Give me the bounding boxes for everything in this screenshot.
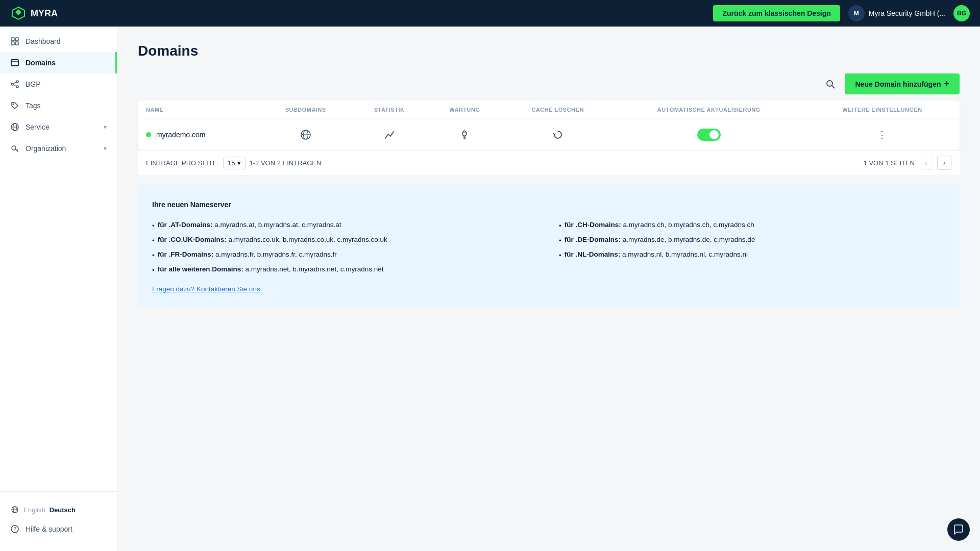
auto-update-toggle[interactable] [697,129,721,141]
svg-point-7 [16,81,18,83]
ns-item-de: • für .DE-Domains: a.myradns.de, b.myrad… [559,233,945,247]
nameserver-box: Ihre neuen Nameserver • für .AT-Domains:… [138,185,960,308]
logo: MYRA [10,5,58,21]
col-subdomains: SUBDOMAINS [260,101,352,119]
main-content: Domains Neue Domain hinzufügen + NAME SU… [117,27,980,551]
col-name: NAME [138,101,260,119]
svg-rect-4 [11,60,18,66]
add-domain-button[interactable]: Neue Domain hinzufügen + [845,73,960,94]
topnav: MYRA Zurück zum klassischen Design M Myr… [0,0,980,27]
org-selector[interactable]: M Myra Security GmbH (... [848,5,945,21]
more-options-button[interactable]: ⋮ [873,127,891,143]
ns-item-ch: • für .CH-Domains: a.myradns.ch, b.myrad… [559,218,945,233]
svg-rect-1 [15,38,18,41]
subdomains-icon[interactable] [300,130,311,138]
contact-link[interactable]: Fragen dazu? Kontaktieren Sie uns. [152,282,262,296]
wartung-icon[interactable] [459,130,470,138]
sidebar: Dashboard Domains BGP [0,27,117,551]
page-title: Domains [138,43,960,59]
svg-line-22 [832,86,835,88]
sidebar-item-bgp[interactable]: BGP [0,73,117,95]
page-nav: 1 VON 1 SEITEN ‹ › [864,156,951,170]
nameserver-title: Ihre neuen Nameserver [152,197,945,212]
org-name: Myra Security GmbH (... [869,9,945,17]
sidebar-item-label: BGP [26,80,41,88]
range-text: 1-2 VON 2 EINTRÄGEN [250,159,322,167]
chevron-down-icon: ▾ [104,145,107,152]
nameserver-col-right: • für .CH-Domains: a.myradns.ch, b.myrad… [559,218,945,277]
language-icon [10,505,19,514]
sidebar-item-domains[interactable]: Domains [0,52,117,73]
lang-deutsch[interactable]: Deutsch [50,506,76,514]
ns-item-nl: • für .NL-Domains: a.myradns.nl, b.myrad… [559,247,945,262]
sidebar-item-label: Organization [26,144,66,153]
sidebar-item-label: Domains [26,59,56,67]
chevron-down-icon: ▾ [237,159,241,167]
plus-icon: + [944,79,949,89]
classic-design-button[interactable]: Zurück zum klassischen Design [713,5,840,21]
ns-item-fr: • für .FR-Domains: a.myradns.fr, b.myrad… [152,247,538,262]
key-icon [10,144,19,153]
svg-point-8 [16,86,18,88]
sidebar-item-service[interactable]: Service ▾ [0,116,117,138]
sidebar-item-tags[interactable]: Tags [0,95,117,116]
ns-item-at: • für .AT-Domains: a.myradns.at, b.myrad… [152,218,538,233]
pagination-bar: EINTRÄGE PRO SEITE: 15 ▾ 1-2 VON 2 EINTR… [138,150,960,175]
add-domain-label: Neue Domain hinzufügen [855,80,941,88]
org-avatar: M [848,5,865,21]
svg-line-9 [13,82,16,84]
domain-name-cell: myrademo.com [146,131,252,139]
per-page-value: 15 [228,159,235,167]
col-wartung: WARTUNG [427,101,502,119]
next-page-button[interactable]: › [937,156,951,170]
domain-name: myrademo.com [156,131,205,139]
grid-icon [10,37,19,46]
svg-rect-0 [11,38,14,41]
sidebar-bottom: English Deutsch ? Hilfe & support [0,491,117,547]
col-settings: WEITERE EINSTELLUNGEN [805,101,960,119]
search-button[interactable] [822,76,839,92]
table-row: myrademo.com [138,119,960,151]
page-info: 1 VON 1 SEITEN [864,159,915,167]
user-avatar[interactable]: BG [953,5,970,21]
logo-text: MYRA [31,8,58,19]
per-page-select[interactable]: 15 ▾ [223,157,245,169]
col-statistik: STATISTIK [352,101,427,119]
auto-update-toggle-container [621,129,797,141]
language-switcher: English Deutsch [0,500,117,519]
svg-point-6 [11,83,13,85]
help-icon: ? [10,524,19,534]
table-actions: Neue Domain hinzufügen + [138,73,960,94]
bgp-icon [10,80,19,89]
svg-line-10 [13,85,16,86]
lang-english[interactable]: English [23,506,45,514]
domains-table: NAME SUBDOMAINS STATISTIK WARTUNG CACHE … [138,101,960,150]
svg-rect-2 [11,42,14,45]
help-label: Hilfe & support [26,525,72,533]
ns-item-couk: • für .CO.UK-Domains: a.myradns.co.uk, b… [152,233,538,247]
svg-rect-3 [15,42,18,45]
nameserver-col-left: • für .AT-Domains: a.myradns.at, b.myrad… [152,218,538,277]
col-cache: CACHE LÖSCHEN [503,101,613,119]
tag-icon [10,101,19,110]
chevron-down-icon: ▾ [104,123,107,131]
sidebar-item-help[interactable]: ? Hilfe & support [0,519,117,539]
globe-icon [10,122,19,132]
cache-icon[interactable] [552,130,564,138]
sidebar-item-label: Service [26,123,50,131]
entries-label: EINTRÄGE PRO SEITE: [146,159,219,167]
sidebar-item-dashboard[interactable]: Dashboard [0,31,117,52]
col-auto-update: AUTOMATISCHE AKTUALISIERUNG [613,101,805,119]
prev-page-button[interactable]: ‹ [919,156,933,170]
svg-point-11 [13,104,14,105]
svg-text:?: ? [13,527,16,532]
sidebar-item-organization[interactable]: Organization ▾ [0,138,117,159]
statistik-icon[interactable] [384,130,395,138]
domain-icon [10,58,19,67]
entries-per-page: EINTRÄGE PRO SEITE: 15 ▾ 1-2 VON 2 EINTR… [146,157,321,169]
svg-point-21 [827,81,832,86]
chat-button[interactable] [947,518,970,541]
sidebar-item-label: Tags [26,102,41,110]
sidebar-item-label: Dashboard [26,37,61,45]
status-dot [146,132,151,137]
